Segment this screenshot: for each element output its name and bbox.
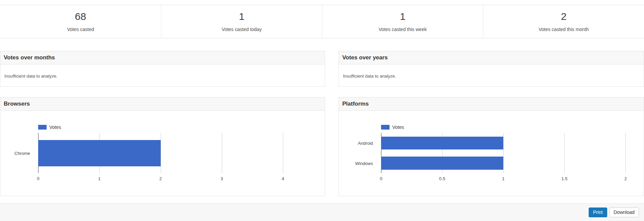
insufficient-data-message: Insufficient data to analyze. [339, 64, 644, 79]
browsers-panel: Browsers Votes Chrome 01234 [0, 97, 325, 196]
stat-card-votes-casted-this-week: 1 Votes casted this week [322, 5, 483, 38]
x-tick-label: 0 [380, 176, 382, 181]
x-tick-label: 1 [98, 176, 101, 181]
stat-value: 68 [75, 11, 86, 22]
insight-panels-row: Votes over months Insufficient data to a… [0, 51, 644, 87]
chart-plot-area: AndroidWindows [339, 133, 644, 173]
stat-value: 1 [400, 11, 406, 22]
x-tick-label: 1 [502, 176, 505, 181]
category-axis: Chrome [0, 133, 34, 173]
gridline [283, 133, 283, 173]
gridline [564, 133, 565, 173]
gridline [503, 133, 504, 173]
bar-windows[interactable] [381, 157, 503, 170]
gridline [625, 133, 626, 173]
browsers-bar-chart: Votes Chrome 01234 [0, 125, 325, 183]
votes-over-months-panel: Votes over months Insufficient data to a… [0, 51, 325, 87]
stat-card-votes-casted-today: 1 Votes casted today [161, 5, 322, 38]
platforms-bar-chart: Votes AndroidWindows 00.511.52 [339, 125, 644, 183]
legend-swatch [38, 125, 47, 130]
download-button[interactable]: Download [609, 208, 639, 217]
stat-label: Votes casted [67, 27, 94, 32]
x-tick-label: 0 [37, 176, 39, 181]
x-tick-label: 3 [220, 176, 223, 181]
stat-value: 1 [239, 11, 245, 22]
panel-title: Browsers [0, 98, 325, 111]
platforms-panel: Platforms Votes AndroidWindows 00.511.52 [339, 97, 644, 196]
stat-card-votes-casted: 68 Votes casted [0, 5, 161, 38]
panel-title: Platforms [339, 98, 644, 111]
insufficient-data-message: Insufficient data to analyze. [0, 64, 325, 79]
category-label: Windows [355, 161, 373, 166]
x-tick-label: 4 [282, 176, 284, 181]
bar-chrome[interactable] [38, 140, 161, 166]
chart-panels-row: Browsers Votes Chrome 01234 Platforms Vo… [0, 97, 644, 196]
gridline [222, 133, 222, 173]
x-tick-label: 0.5 [439, 176, 445, 181]
gridline [161, 133, 161, 173]
chart-plot-area: Chrome [0, 133, 325, 173]
panel-title: Votes over years [339, 51, 644, 64]
legend-label: Votes [49, 125, 61, 130]
bar-android[interactable] [381, 137, 503, 150]
votes-over-years-panel: Votes over years Insufficient data to an… [339, 51, 644, 87]
x-tick-label: 2 [159, 176, 162, 181]
stat-card-votes-casted-this-month: 2 Votes casted this month [483, 5, 644, 38]
plot [381, 133, 637, 173]
stat-label: Votes casted this month [539, 27, 589, 32]
category-axis: AndroidWindows [339, 133, 377, 173]
stat-label: Votes casted this week [379, 27, 427, 32]
chart-legend: Votes [38, 125, 325, 130]
x-axis-ticks: 00.511.52 [381, 176, 637, 183]
print-button[interactable]: Print [589, 208, 607, 217]
footer-action-bar: Print Download [0, 203, 644, 221]
panel-title: Votes over months [0, 51, 325, 64]
category-label: Android [358, 141, 373, 146]
chart-legend: Votes [381, 125, 644, 130]
stat-label: Votes casted today [222, 27, 262, 32]
x-tick-label: 1.5 [561, 176, 567, 181]
stats-row: 68 Votes casted 1 Votes casted today 1 V… [0, 5, 644, 38]
legend-swatch [381, 125, 390, 130]
x-axis-ticks: 01234 [38, 176, 301, 183]
legend-label: Votes [392, 125, 404, 130]
category-label: Chrome [15, 150, 30, 156]
plot [38, 133, 301, 173]
x-tick-label: 2 [624, 176, 627, 181]
stat-value: 2 [561, 11, 567, 22]
